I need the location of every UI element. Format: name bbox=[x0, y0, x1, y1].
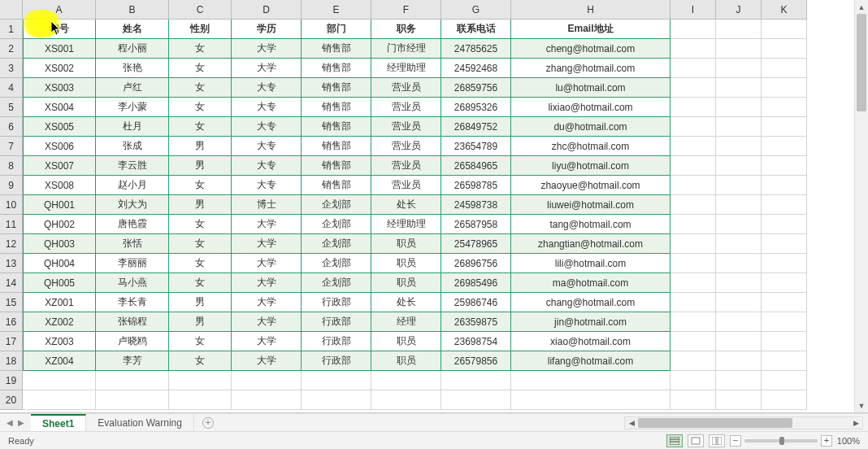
empty-cell[interactable] bbox=[671, 117, 716, 137]
data-cell[interactable]: 行政部 bbox=[302, 312, 371, 332]
row-header-7[interactable]: 7 bbox=[0, 137, 23, 156]
data-cell[interactable]: xiao@hotmail.com bbox=[511, 332, 671, 351]
data-cell[interactable]: 大学 bbox=[232, 215, 302, 234]
empty-cell[interactable] bbox=[716, 332, 762, 351]
data-cell[interactable]: 行政部 bbox=[302, 293, 371, 312]
data-cell[interactable]: XS003 bbox=[23, 78, 96, 98]
data-cell[interactable]: 男 bbox=[169, 293, 232, 312]
empty-cell[interactable] bbox=[441, 390, 511, 410]
horizontal-scrollbar[interactable]: ◀ ▶ bbox=[624, 416, 863, 429]
row-header-16[interactable]: 16 bbox=[0, 312, 23, 332]
empty-cell[interactable] bbox=[441, 371, 511, 390]
data-cell[interactable]: 25478965 bbox=[441, 234, 511, 254]
empty-cell[interactable] bbox=[716, 195, 762, 215]
data-cell[interactable]: 大学 bbox=[232, 234, 302, 254]
data-cell[interactable]: 销售部 bbox=[302, 117, 371, 137]
data-cell[interactable]: 博士 bbox=[232, 195, 302, 215]
zoom-thumb[interactable] bbox=[779, 437, 784, 445]
data-cell[interactable]: 男 bbox=[169, 312, 232, 332]
empty-cell[interactable] bbox=[762, 390, 807, 410]
empty-cell[interactable] bbox=[716, 234, 762, 254]
empty-cell[interactable] bbox=[671, 254, 716, 273]
column-header-E[interactable]: E bbox=[302, 0, 371, 20]
empty-cell[interactable] bbox=[671, 59, 716, 78]
header-cell-D[interactable]: 学历 bbox=[232, 20, 302, 39]
data-cell[interactable]: zhaoyue@hotmail.com bbox=[511, 176, 671, 195]
data-cell[interactable]: 企划部 bbox=[302, 273, 371, 293]
header-cell-A[interactable]: 编号 bbox=[23, 20, 96, 39]
header-cell-F[interactable]: 职务 bbox=[371, 20, 441, 39]
data-cell[interactable]: XS007 bbox=[23, 156, 96, 176]
data-cell[interactable]: 卢红 bbox=[96, 78, 169, 98]
empty-cell[interactable] bbox=[762, 78, 807, 98]
data-cell[interactable]: 大学 bbox=[232, 273, 302, 293]
empty-cell[interactable] bbox=[671, 176, 716, 195]
data-cell[interactable]: 张艳 bbox=[96, 59, 169, 78]
empty-cell[interactable] bbox=[716, 293, 762, 312]
row-header-17[interactable]: 17 bbox=[0, 332, 23, 351]
zoom-out-button[interactable]: − bbox=[730, 435, 741, 447]
empty-cell[interactable] bbox=[716, 156, 762, 176]
data-cell[interactable]: 销售部 bbox=[302, 98, 371, 117]
data-cell[interactable]: lixiao@hotmail.com bbox=[511, 98, 671, 117]
data-cell[interactable]: 23698754 bbox=[441, 332, 511, 351]
row-header-18[interactable]: 18 bbox=[0, 351, 23, 371]
data-cell[interactable]: 24785625 bbox=[441, 39, 511, 59]
header-cell-B[interactable]: 姓名 bbox=[96, 20, 169, 39]
data-cell[interactable]: XS004 bbox=[23, 98, 96, 117]
data-cell[interactable]: XZ002 bbox=[23, 312, 96, 332]
data-cell[interactable]: 大专 bbox=[232, 117, 302, 137]
column-header-J[interactable]: J bbox=[716, 0, 762, 20]
empty-cell[interactable] bbox=[169, 371, 232, 390]
zoom-level[interactable]: 100% bbox=[837, 436, 860, 446]
data-cell[interactable]: tang@hotmail.com bbox=[511, 215, 671, 234]
column-header-C[interactable]: C bbox=[169, 0, 232, 20]
data-cell[interactable]: 李芳 bbox=[96, 351, 169, 371]
header-cell-H[interactable]: Email地址 bbox=[511, 20, 671, 39]
empty-cell[interactable] bbox=[716, 312, 762, 332]
data-cell[interactable]: 大专 bbox=[232, 156, 302, 176]
data-cell[interactable]: 销售部 bbox=[302, 137, 371, 156]
column-header-A[interactable]: A bbox=[23, 0, 96, 20]
scroll-up-button[interactable]: ▲ bbox=[855, 0, 868, 14]
data-cell[interactable]: zhc@hotmail.com bbox=[511, 137, 671, 156]
data-cell[interactable]: chang@hotmail.com bbox=[511, 293, 671, 312]
data-cell[interactable]: 经理助理 bbox=[371, 215, 441, 234]
empty-cell[interactable] bbox=[716, 254, 762, 273]
data-cell[interactable]: 大专 bbox=[232, 98, 302, 117]
data-cell[interactable]: 张恬 bbox=[96, 234, 169, 254]
data-cell[interactable]: lifang@hotmail.com bbox=[511, 351, 671, 371]
row-header-1[interactable]: 1 bbox=[0, 20, 23, 39]
empty-cell[interactable] bbox=[716, 78, 762, 98]
empty-cell[interactable] bbox=[762, 20, 807, 39]
data-cell[interactable]: XZ001 bbox=[23, 293, 96, 312]
data-cell[interactable]: jin@hotmail.com bbox=[511, 312, 671, 332]
column-header-G[interactable]: G bbox=[441, 0, 511, 20]
empty-cell[interactable] bbox=[762, 351, 807, 371]
empty-cell[interactable] bbox=[169, 390, 232, 410]
view-normal-button[interactable] bbox=[666, 434, 683, 447]
data-cell[interactable]: QH001 bbox=[23, 195, 96, 215]
header-cell-C[interactable]: 性别 bbox=[169, 20, 232, 39]
header-cell-E[interactable]: 部门 bbox=[302, 20, 371, 39]
data-cell[interactable]: QH002 bbox=[23, 215, 96, 234]
empty-cell[interactable] bbox=[96, 371, 169, 390]
data-cell[interactable]: 行政部 bbox=[302, 351, 371, 371]
empty-cell[interactable] bbox=[716, 176, 762, 195]
empty-cell[interactable] bbox=[762, 312, 807, 332]
scroll-down-button[interactable]: ▼ bbox=[855, 399, 868, 412]
data-cell[interactable]: 职员 bbox=[371, 351, 441, 371]
row-header-20[interactable]: 20 bbox=[0, 390, 23, 410]
empty-cell[interactable] bbox=[671, 390, 716, 410]
data-cell[interactable]: 处长 bbox=[371, 195, 441, 215]
empty-cell[interactable] bbox=[716, 371, 762, 390]
data-cell[interactable]: 行政部 bbox=[302, 332, 371, 351]
tab-evaluation-warning[interactable]: Evaluation Warning bbox=[86, 414, 194, 431]
data-cell[interactable]: 女 bbox=[169, 59, 232, 78]
data-cell[interactable]: 销售部 bbox=[302, 39, 371, 59]
data-cell[interactable]: 刘大为 bbox=[96, 195, 169, 215]
empty-cell[interactable] bbox=[716, 98, 762, 117]
data-cell[interactable]: 销售部 bbox=[302, 176, 371, 195]
data-cell[interactable]: 女 bbox=[169, 351, 232, 371]
data-cell[interactable]: QH003 bbox=[23, 234, 96, 254]
